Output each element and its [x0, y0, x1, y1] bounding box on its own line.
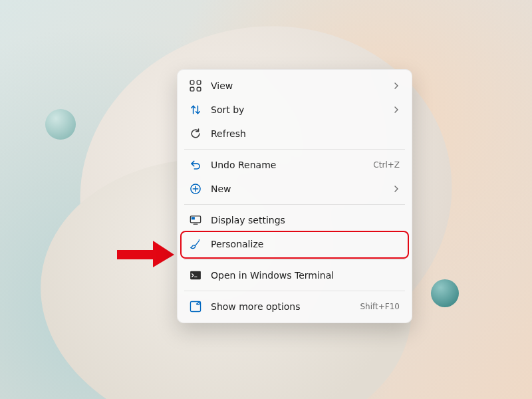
menu-item-view[interactable]: View — [182, 74, 408, 98]
chevron-right-icon — [390, 106, 400, 113]
menu-item-more[interactable]: Show more optionsShift+F10 — [182, 295, 408, 319]
terminal-icon — [190, 269, 201, 281]
menu-item-refresh[interactable]: Refresh — [182, 122, 408, 146]
plus-icon — [190, 183, 201, 195]
sort-icon — [190, 104, 201, 116]
menu-item-label: Display settings — [211, 215, 400, 225]
menu-item-label: Open in Windows Terminal — [211, 270, 400, 281]
wallpaper-shape — [431, 279, 459, 307]
brush-icon — [190, 238, 201, 250]
more-icon — [190, 301, 201, 313]
svg-marker-1 — [153, 241, 174, 267]
menu-item-shortcut: Ctrl+Z — [373, 160, 400, 170]
desktop-context-menu: ViewSort byRefreshUndo RenameCtrl+ZNewDi… — [177, 69, 412, 323]
menu-item-label: View — [211, 80, 390, 91]
refresh-icon — [190, 128, 201, 140]
svg-rect-0 — [117, 250, 153, 259]
menu-item-shortcut: Shift+F10 — [360, 302, 400, 311]
menu-separator — [184, 149, 405, 150]
chevron-right-icon — [390, 82, 400, 89]
menu-item-display[interactable]: Display settings — [182, 208, 408, 232]
menu-item-label: Refresh — [211, 128, 400, 139]
chevron-right-icon — [390, 186, 400, 192]
menu-item-label: New — [211, 184, 390, 194]
menu-item-label: Undo Rename — [211, 160, 373, 170]
callout-arrow — [117, 241, 174, 267]
menu-item-terminal[interactable]: Open in Windows Terminal — [182, 263, 408, 287]
desktop-wallpaper[interactable]: ViewSort byRefreshUndo RenameCtrl+ZNewDi… — [0, 0, 532, 399]
menu-item-label: Personalize — [211, 239, 400, 249]
menu-item-label: Sort by — [211, 104, 390, 115]
undo-icon — [190, 159, 201, 171]
menu-separator — [184, 291, 405, 291]
menu-item-new[interactable]: New — [182, 177, 408, 201]
menu-item-sort[interactable]: Sort by — [182, 98, 408, 122]
display-icon — [190, 214, 201, 226]
menu-item-personalize[interactable]: Personalize — [182, 232, 408, 256]
wallpaper-shape — [45, 109, 76, 140]
menu-item-undo[interactable]: Undo RenameCtrl+Z — [182, 153, 408, 177]
menu-item-label: Show more options — [211, 301, 360, 312]
grid-icon — [190, 80, 201, 92]
menu-separator — [184, 204, 405, 205]
menu-separator — [184, 259, 405, 260]
